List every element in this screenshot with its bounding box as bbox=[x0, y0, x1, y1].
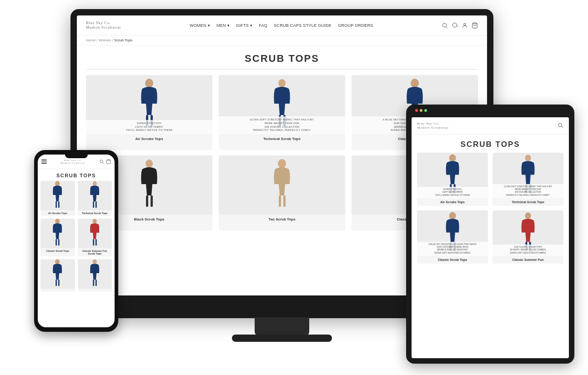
tablet-logo: Blue Sky Co. Modern Scrubwear bbox=[417, 122, 449, 130]
tablet-overlay-technical: ULTRA SOFT STRETCHY FABRIC THAT HAS A BI… bbox=[493, 184, 563, 198]
phone-card-summer[interactable]: Classic Summer Fun Scrub Tops bbox=[78, 219, 112, 256]
nav-women[interactable]: WOMEN ▾ bbox=[190, 23, 210, 28]
phone-card-classic[interactable]: Classic Scrub Tops bbox=[40, 219, 75, 256]
tan-figure bbox=[270, 159, 295, 211]
svg-line-23 bbox=[562, 126, 563, 127]
phone-product-grid: Air Scrubs Tops Technical Scru bbox=[38, 181, 115, 291]
tablet-page-title: SCRUB TOPS bbox=[412, 135, 569, 153]
phone-page-title: SCRUB TOPS bbox=[38, 169, 115, 181]
svg-rect-53 bbox=[58, 280, 60, 286]
desktop-card-img-technical: ULTRA SOFT STRETCHY FABRIC THAT HAS A BI… bbox=[219, 75, 345, 134]
phone-notch bbox=[65, 154, 88, 158]
breadcrumb-current: Scrub Tops bbox=[114, 38, 132, 42]
nav-men[interactable]: MEN ▾ bbox=[216, 23, 230, 28]
desktop-logo: Blue Sky Co. Modern Scrubwear bbox=[86, 21, 121, 30]
phone-search-icon[interactable] bbox=[99, 159, 104, 164]
refresh-icon[interactable] bbox=[452, 22, 458, 29]
svg-rect-40 bbox=[56, 201, 57, 208]
tablet-navbar: Blue Sky Co. Modern Scrubwear bbox=[412, 117, 569, 135]
tablet-label-technical: Technical Scrub Tops bbox=[493, 198, 563, 206]
phone-card-img-technical bbox=[78, 181, 112, 210]
tablet-search[interactable] bbox=[558, 122, 563, 130]
svg-rect-14 bbox=[146, 195, 148, 207]
tablet-card-summer[interactable]: OUR CLASSIC SCRUB TOPSIN HAPPY, BRIGHT C… bbox=[493, 210, 563, 264]
phone-card-img-summer bbox=[78, 219, 112, 248]
phone-card-img-row3a bbox=[40, 259, 75, 289]
desktop-card-tan[interactable]: Tan Scrub Tops bbox=[219, 155, 345, 230]
svg-rect-43 bbox=[93, 201, 94, 208]
desktop-nav-icons bbox=[442, 22, 478, 29]
phone: Blue Sky Co. Modern Scrubwear SCRUB TOPS bbox=[34, 150, 118, 332]
tablet-card-technical[interactable]: ULTRA SOFT STRETCHY FABRIC THAT HAS A BI… bbox=[493, 153, 563, 206]
svg-point-22 bbox=[558, 123, 562, 127]
phone-frame: Blue Sky Co. Modern Scrubwear SCRUB TOPS bbox=[34, 150, 118, 332]
nav-caps[interactable]: SCRUB CAPS STYLE GUIDE bbox=[274, 23, 332, 28]
desktop-card-technical[interactable]: ULTRA SOFT STRETCHY FABRIC THAT HAS A BI… bbox=[219, 75, 345, 150]
svg-rect-50 bbox=[95, 239, 97, 245]
breadcrumb-home[interactable]: Home bbox=[86, 38, 95, 42]
phone-cart-icon[interactable] bbox=[106, 159, 111, 164]
tablet-label-summer: Classic Summer Fun bbox=[493, 256, 563, 264]
dot-green bbox=[424, 109, 427, 112]
scene: Blue Sky Co. Modern Scrubwear WOMEN ▾ ME… bbox=[0, 0, 588, 375]
monitor-base bbox=[232, 335, 332, 342]
desktop-card-img-air: SUPER STRETCHYLIGHT AS AIR FABRICYOU'LL … bbox=[86, 75, 212, 134]
phone-nav-icons bbox=[99, 159, 111, 164]
hamburger-icon[interactable] bbox=[41, 160, 47, 164]
tablet-overlay-classic: A BLUE SKY FAVORITE X 20 YEARS THAT KEEP… bbox=[417, 242, 488, 256]
desktop-card-img-tan bbox=[219, 155, 345, 215]
monitor-stand bbox=[255, 317, 309, 335]
desktop-label-air: Air Scrubs Tops bbox=[86, 134, 212, 144]
breadcrumb-women[interactable]: Women bbox=[99, 38, 111, 42]
desktop-divider bbox=[86, 69, 478, 70]
svg-point-30 bbox=[449, 212, 456, 219]
phone-card-technical[interactable]: Technical Scrub Tops bbox=[78, 181, 112, 216]
svg-point-45 bbox=[55, 219, 60, 224]
desktop-overlay-air: SUPER STRETCHYLIGHT AS AIR FABRICYOU'LL … bbox=[86, 120, 212, 134]
tablet-card-air[interactable]: SUPER STRETCHYLIGHT AS AIR FABRICYOU'LL … bbox=[417, 153, 488, 206]
desktop-page-title: SCRUB TOPS bbox=[77, 45, 487, 69]
tablet-dots bbox=[415, 109, 427, 112]
phone-screen: Blue Sky Co. Modern Scrubwear SCRUB TOPS bbox=[38, 155, 115, 327]
tablet-product-grid: SUPER STRETCHYLIGHT AS AIR FABRICYOU'LL … bbox=[412, 153, 569, 264]
svg-point-10 bbox=[411, 79, 419, 88]
svg-point-33 bbox=[525, 212, 531, 219]
tablet: Blue Sky Co. Modern Scrubwear SCRUB TOPS bbox=[406, 105, 574, 364]
svg-rect-52 bbox=[56, 280, 57, 286]
tablet-card-classic[interactable]: A BLUE SKY FAVORITE X 20 YEARS THAT KEEP… bbox=[417, 210, 488, 264]
desktop-nav-links: WOMEN ▾ MEN ▾ GIFTS ▾ FAQ SCRUB CAPS STY… bbox=[190, 23, 373, 28]
user-icon[interactable] bbox=[462, 22, 468, 29]
phone-card-img-air bbox=[40, 181, 75, 210]
dot-yellow bbox=[420, 109, 422, 112]
svg-rect-46 bbox=[56, 239, 57, 245]
dot-red bbox=[415, 109, 418, 112]
svg-point-36 bbox=[100, 160, 103, 163]
svg-rect-41 bbox=[58, 201, 60, 208]
tablet-frame: Blue Sky Co. Modern Scrubwear SCRUB TOPS bbox=[406, 105, 574, 364]
svg-point-16 bbox=[278, 159, 286, 168]
phone-card-air[interactable]: Air Scrubs Tops bbox=[40, 181, 75, 216]
svg-rect-56 bbox=[95, 280, 97, 286]
svg-point-24 bbox=[449, 154, 456, 161]
search-icon[interactable] bbox=[442, 22, 448, 29]
cart-icon[interactable] bbox=[472, 22, 478, 29]
phone-air-figure bbox=[50, 181, 65, 210]
nav-group[interactable]: GROUP ORDERS bbox=[338, 23, 373, 28]
tablet-screen: Blue Sky Co. Modern Scrubwear SCRUB TOPS bbox=[412, 117, 569, 358]
svg-rect-44 bbox=[95, 201, 97, 208]
phone-row3a-figure bbox=[50, 259, 65, 289]
phone-label-classic: Classic Scrub Tops bbox=[40, 248, 75, 254]
svg-rect-55 bbox=[93, 280, 94, 286]
phone-card-row3a[interactable] bbox=[40, 259, 75, 291]
phone-card-img-classic bbox=[40, 219, 75, 248]
phone-label-air: Air Scrubs Tops bbox=[40, 210, 75, 216]
svg-point-48 bbox=[92, 219, 96, 224]
tablet-label-classic: Classic Scrub Tops bbox=[417, 256, 488, 264]
desktop-label-technical: Technical Scrub Tops bbox=[219, 134, 345, 144]
nav-gifts[interactable]: GIFTS ▾ bbox=[236, 23, 252, 28]
nav-faq[interactable]: FAQ bbox=[259, 23, 267, 28]
phone-card-row3b[interactable] bbox=[78, 259, 112, 291]
tablet-overlay-air: SUPER STRETCHYLIGHT AS AIR FABRICYOU'LL … bbox=[417, 187, 488, 198]
desktop-navbar: Blue Sky Co. Modern Scrubwear WOMEN ▾ ME… bbox=[77, 15, 487, 35]
desktop-card-air-scrubs[interactable]: SUPER STRETCHYLIGHT AS AIR FABRICYOU'LL … bbox=[86, 75, 212, 150]
